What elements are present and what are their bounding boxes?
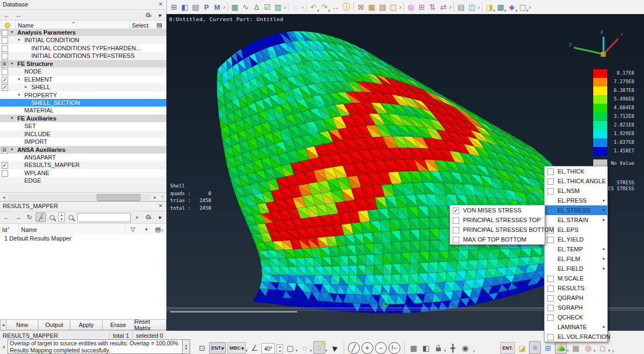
menu-checkbox[interactable] [547, 178, 554, 185]
wireframe-view-icon[interactable]: ▦ [571, 342, 581, 354]
chevron-more-icon[interactable]: › [223, 4, 225, 10]
menu-checkbox[interactable] [547, 237, 554, 243]
submenu-item-principal-stresses-bottom[interactable]: PRINCIPAL STRESSES BOTTOM [450, 225, 545, 235]
angle-value[interactable]: 40° [261, 343, 275, 354]
grid-view-icon[interactable]: ⊞ [542, 342, 553, 354]
quality-curve-icon[interactable]: ∿ [240, 2, 251, 12]
message-scroll-stepper[interactable]: ▲▼ [183, 339, 190, 354]
windows-icon[interactable]: ◧ [179, 2, 190, 12]
contour-view-icon[interactable] [555, 341, 567, 354]
row-checkbox[interactable] [2, 61, 8, 68]
erase-button[interactable]: Erase [103, 319, 135, 330]
back-button[interactable]: ← [2, 10, 12, 20]
shaded-view-icon[interactable]: ■ [529, 341, 541, 354]
submenu-item-max-of-top-bottom[interactable]: MAX OF TOP BOTTOM [450, 235, 545, 244]
reset-matrix-button[interactable]: Reset Matrix [135, 319, 166, 330]
tree-row[interactable]: ▾PROPERTY [0, 91, 166, 99]
swap-icon[interactable]: ⇄ [438, 2, 449, 12]
menu-item-el-yield[interactable]: EL.YIELD [545, 235, 607, 244]
chevron-more-icon[interactable]: › [450, 4, 452, 10]
checker-view-icon[interactable]: ◫ [466, 2, 477, 12]
filter-icon[interactable]: ▽ [125, 224, 140, 235]
collapse-icon[interactable]: ▾ [11, 146, 13, 153]
horizontal-scrollbar[interactable]: ◂ ▸ ⁘ [0, 192, 166, 201]
buttons-scroll-left-icon[interactable]: ◂ [0, 319, 6, 330]
tree-row[interactable]: MATERIAL [0, 106, 166, 114]
tree-row[interactable]: ▾FE Auxiliaries [0, 115, 166, 122]
row-checkbox[interactable] [2, 69, 8, 75]
row-checkbox[interactable] [2, 147, 8, 153]
script-icon[interactable]: ▥ [273, 2, 284, 12]
tree-row[interactable]: ▾FE Structure [0, 60, 166, 68]
materials-icon[interactable]: M [212, 2, 223, 12]
notes-icon[interactable]: ▤ [455, 2, 466, 12]
dropdown-icon[interactable]: ▾ [296, 349, 298, 354]
scrollbar-thumb[interactable] [97, 194, 140, 201]
highlight-tool-icon[interactable]: ╱▾ [36, 212, 46, 222]
gear-icon[interactable]: ⚙▾ [143, 212, 153, 222]
chevron-more-icon[interactable]: › [529, 4, 531, 10]
tree-row[interactable]: ▾Analysis Parameters [0, 29, 166, 36]
menu-item-sgraph[interactable]: SGRAPH [545, 303, 607, 312]
undo-icon[interactable]: ↶ [308, 2, 319, 12]
chevron-more-icon[interactable]: › [612, 348, 614, 354]
zoom-out-button[interactable]: − [375, 342, 387, 354]
row-checkbox[interactable] [2, 30, 8, 36]
row-checkbox[interactable] [2, 45, 8, 52]
forward-button[interactable]: → [13, 10, 23, 20]
focus-target-icon[interactable]: ◉ [460, 342, 471, 354]
menu-item-el-field[interactable]: EL.FIELD▸ [545, 264, 607, 273]
expand-corner-icon[interactable]: ⁘ [159, 195, 166, 199]
row-checkbox[interactable]: ✓ [2, 77, 8, 83]
expand-icon[interactable]: ▸ [25, 83, 27, 91]
row-checkbox[interactable]: ✓ [2, 84, 8, 91]
properties-icon[interactable]: P [201, 2, 212, 12]
tree-row[interactable]: INCLUDE [0, 130, 166, 138]
submenu-item-von-mises-stress[interactable]: ✓VON MISES STRESS [450, 205, 545, 215]
menu-checkbox[interactable] [547, 305, 554, 311]
submenu-item-principal-stresses-top[interactable]: PRINCIPAL STRESSES TOP [450, 215, 545, 225]
menu-checkbox[interactable] [547, 276, 554, 282]
output-button[interactable]: Output [38, 319, 70, 330]
menu-checkbox[interactable] [547, 169, 554, 175]
highlight-select-icon[interactable]: ◌ [313, 341, 325, 354]
tree-row[interactable]: IMPORT [0, 138, 166, 145]
collapse-icon[interactable]: ▾ [11, 29, 13, 36]
menu-checkbox[interactable] [453, 227, 459, 233]
tree-row[interactable]: WPLANE [0, 169, 166, 177]
scroll-right-icon[interactable]: ▸ [151, 195, 159, 200]
draw-line-button[interactable]: ╱ [348, 342, 360, 354]
menu-item-el-strain[interactable]: EL.STRAIN▸ [545, 215, 607, 225]
dropdown-icon[interactable]: ▾ [567, 349, 569, 354]
diamond-icon[interactable]: ◆ [506, 2, 517, 12]
tree-row[interactable]: ✓▸SHELL [0, 83, 166, 91]
hex-tool-icon[interactable]: ◎ [406, 2, 417, 12]
tree-row[interactable]: ▾INITIAL CONDITION [0, 36, 166, 44]
tree-row[interactable]: NODE [0, 68, 166, 75]
dropdown-icon[interactable]: ▾ [594, 349, 596, 354]
menu-checkbox[interactable] [547, 285, 554, 292]
zoom-area-icon[interactable]: ◌ [290, 2, 301, 12]
collapse-icon[interactable]: ▾ [18, 36, 20, 44]
row-checkbox[interactable] [2, 170, 8, 177]
ent-mode-button[interactable]: ENT [209, 342, 226, 354]
sketch-view-icon[interactable]: ◪ [516, 342, 527, 354]
name-column-header[interactable]: Name [19, 224, 125, 235]
gear-icon[interactable]: ⚙▾ [143, 10, 153, 20]
grid-all-icon[interactable]: ▦ [408, 342, 419, 354]
menu-item-el-nsm[interactable]: EL.NSM [545, 186, 607, 196]
chevron-more-icon[interactable]: › [284, 4, 286, 10]
search-input[interactable] [77, 213, 131, 222]
compare-icon[interactable]: ∆ [251, 2, 262, 12]
tree-row[interactable]: EDGE [0, 177, 166, 184]
grid-blue-icon[interactable]: ▦ [495, 2, 506, 12]
mbc-mode-button[interactable]: MBC [227, 342, 246, 354]
back-button[interactable]: ← [2, 212, 12, 222]
collapse-icon[interactable]: ▾ [18, 91, 20, 99]
scroll-left-icon[interactable]: ◂ [0, 195, 8, 200]
menu-item-qcheck[interactable]: QCHECK [545, 312, 607, 322]
menu-item-el-vol-fraction[interactable]: EL.VOL.FRACTION [545, 332, 607, 342]
menu-item-qgraph[interactable]: QGRAPH [545, 293, 607, 303]
section-icon[interactable]: ◨ [484, 2, 495, 12]
new-button[interactable]: New [6, 319, 38, 330]
